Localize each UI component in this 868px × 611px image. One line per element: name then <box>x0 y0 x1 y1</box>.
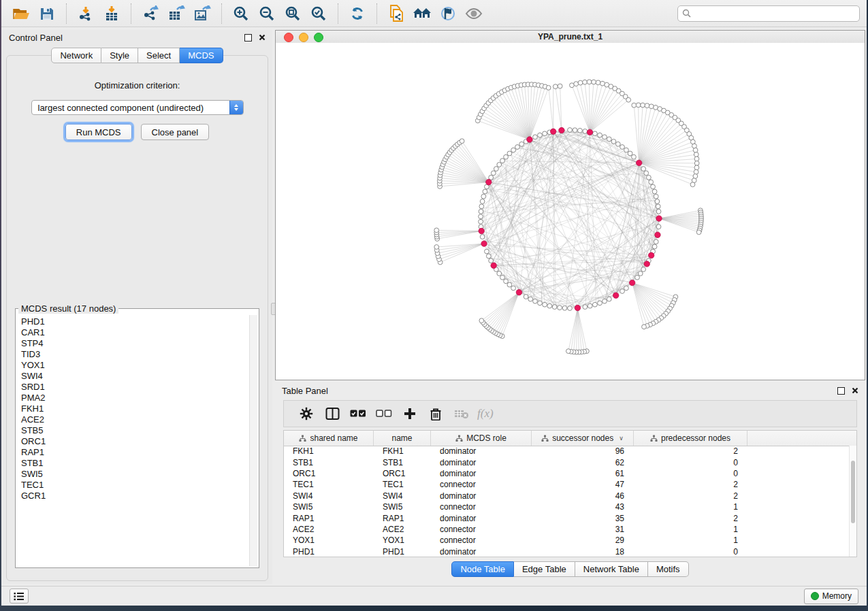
table-row[interactable]: PHD1PHD1dominator180 <box>284 546 850 557</box>
zoom-in-button[interactable] <box>229 3 253 24</box>
graph-node[interactable] <box>500 159 505 163</box>
graph-node[interactable] <box>543 302 547 307</box>
tab-node-table[interactable]: Node Table <box>451 561 514 577</box>
mcds-hub-node[interactable] <box>656 216 662 221</box>
graph-node[interactable] <box>479 219 483 224</box>
column-header-name[interactable]: name <box>374 431 431 446</box>
table-scrollbar-thumb[interactable] <box>851 461 855 523</box>
graph-node[interactable] <box>652 244 657 249</box>
mcds-hub-node[interactable] <box>479 228 484 233</box>
mcds-hub-node[interactable] <box>636 160 641 165</box>
mcds-hub-node[interactable] <box>550 129 556 134</box>
leaf-node[interactable] <box>645 103 649 108</box>
search-input[interactable] <box>694 8 855 19</box>
graph-node[interactable] <box>583 305 588 310</box>
graph-node[interactable] <box>624 286 629 291</box>
network-canvas[interactable] <box>276 43 865 380</box>
graph-node[interactable] <box>638 271 643 276</box>
graph-node[interactable] <box>504 279 509 284</box>
show-panels-menu-button[interactable] <box>10 589 29 604</box>
leaf-node[interactable] <box>434 228 439 233</box>
leaf-node[interactable] <box>649 104 654 109</box>
graph-node[interactable] <box>480 199 485 204</box>
export-network-button[interactable] <box>138 3 163 24</box>
mcds-hub-node[interactable] <box>575 305 580 310</box>
leaf-node[interactable] <box>596 80 600 85</box>
graph-node[interactable] <box>652 189 657 194</box>
graph-node[interactable] <box>578 128 583 133</box>
graph-node[interactable] <box>515 145 520 150</box>
graph-node[interactable] <box>486 254 491 259</box>
mcds-result-item[interactable]: TID3 <box>21 349 249 360</box>
optimization-criterion-select[interactable]: largest connected component (undirected) <box>31 100 244 115</box>
leaf-node[interactable] <box>636 103 641 108</box>
mcds-hub-node[interactable] <box>486 179 492 184</box>
graph-node[interactable] <box>632 154 637 159</box>
graph-node[interactable] <box>491 171 496 176</box>
close-panel-icon[interactable] <box>259 34 266 41</box>
leaf-node[interactable] <box>694 169 698 174</box>
table-row[interactable]: YOX1YOX1connector291 <box>284 535 850 546</box>
leaf-node[interactable] <box>434 245 439 250</box>
delete-table-button[interactable] <box>449 403 475 424</box>
graph-node[interactable] <box>641 167 646 171</box>
mcds-result-list[interactable]: PHD1CAR1STP4TID3YOX1SWI4SRD1PMA2FKH1ACE2… <box>17 316 249 566</box>
graph-node[interactable] <box>504 154 509 159</box>
refresh-button[interactable] <box>345 3 370 24</box>
mcds-result-item[interactable]: FKH1 <box>21 403 249 414</box>
import-network-button[interactable] <box>74 3 98 24</box>
graph-node[interactable] <box>519 142 524 146</box>
column-header-shared-name[interactable]: shared name <box>284 431 374 446</box>
graph-node[interactable] <box>511 286 516 291</box>
leaf-node[interactable] <box>641 103 645 108</box>
graph-node[interactable] <box>620 289 625 294</box>
mcds-hub-node[interactable] <box>481 241 487 246</box>
graph-node[interactable] <box>624 148 629 152</box>
mcds-hub-node[interactable] <box>516 290 521 295</box>
leaf-node[interactable] <box>587 80 592 84</box>
mcds-result-item[interactable]: RAP1 <box>21 447 249 458</box>
leaf-node[interactable] <box>546 86 551 90</box>
graph-node[interactable] <box>607 297 611 301</box>
close-panel-button[interactable]: Close panel <box>141 124 210 140</box>
memory-button[interactable]: Memory <box>804 589 858 604</box>
graph-node[interactable] <box>598 301 602 306</box>
leaf-node[interactable] <box>694 161 699 165</box>
mcds-result-item[interactable]: STP4 <box>21 338 249 349</box>
graph-node[interactable] <box>593 131 598 136</box>
tab-mcds[interactable]: MCDS <box>180 48 223 63</box>
mcds-result-item[interactable]: GCR1 <box>21 491 249 501</box>
graph-node[interactable] <box>651 184 656 189</box>
mcds-result-item[interactable]: PMA2 <box>21 393 249 403</box>
mcds-result-item[interactable]: CAR1 <box>21 327 249 338</box>
delete-column-button[interactable] <box>423 403 449 424</box>
mcds-result-item[interactable]: PHD1 <box>21 316 249 327</box>
graph-node[interactable] <box>562 306 567 310</box>
mcds-hub-node[interactable] <box>587 129 592 135</box>
graph-node[interactable] <box>656 209 661 214</box>
graph-node[interactable] <box>602 299 607 303</box>
graph-node[interactable] <box>588 303 592 308</box>
graph-node[interactable] <box>511 148 516 152</box>
mcds-result-item[interactable]: ORC1 <box>21 436 249 447</box>
graph-node[interactable] <box>568 306 573 311</box>
mcds-result-item[interactable]: TEC1 <box>21 480 249 491</box>
leaf-node[interactable] <box>460 139 464 144</box>
graph-node[interactable] <box>547 303 552 308</box>
graph-node[interactable] <box>598 133 602 137</box>
column-header-MCDS-role[interactable]: MCDS role <box>431 431 532 446</box>
first-neighbors-button[interactable] <box>410 3 434 24</box>
tab-select[interactable]: Select <box>138 48 180 63</box>
graph-node[interactable] <box>497 163 502 167</box>
float-panel-icon[interactable] <box>837 387 845 395</box>
maximize-window-icon[interactable] <box>314 33 323 42</box>
zoom-fit-button[interactable] <box>280 3 305 24</box>
graph-node[interactable] <box>524 295 528 299</box>
mcds-result-item[interactable]: YOX1 <box>21 360 249 371</box>
mcds-result-item[interactable]: SWI5 <box>21 469 249 480</box>
select-all-columns-button[interactable] <box>345 403 371 424</box>
graph-node[interactable] <box>489 259 494 263</box>
leaf-node[interactable] <box>642 325 647 329</box>
table-row[interactable]: TEC1TEC1connector472 <box>284 479 850 490</box>
tab-edge-table[interactable]: Edge Table <box>514 561 575 577</box>
